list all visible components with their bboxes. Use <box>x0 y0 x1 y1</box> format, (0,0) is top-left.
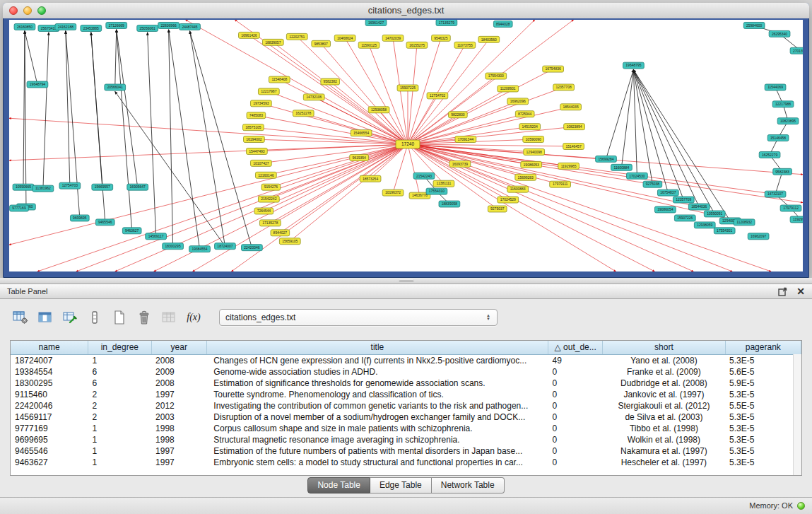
graph-node[interactable]: 9546325 <box>432 35 451 41</box>
graph-node[interactable]: 16961427 <box>365 20 387 25</box>
table-row[interactable]: 1830029562008Estimation of significance … <box>11 378 801 389</box>
graph-edge[interactable] <box>297 37 408 144</box>
graph-node[interactable]: 18839058 <box>439 201 460 207</box>
graph-node[interactable]: 8944027 <box>271 230 290 236</box>
table-row[interactable]: 969969511998Structural magnetic resonanc… <box>11 434 801 445</box>
table-row[interactable]: 1456911722003Disruption of a novel membe… <box>11 411 801 423</box>
graph-node[interactable]: 19384554 <box>189 246 211 252</box>
float-panel-icon[interactable] <box>777 286 788 297</box>
graph-node[interactable]: 16155275 <box>406 42 428 48</box>
graph-node[interactable]: 9853807 <box>312 40 331 47</box>
graph-edge[interactable] <box>270 144 408 223</box>
graph-edge[interactable] <box>76 144 408 271</box>
graph-node[interactable]: 18575105 <box>243 124 264 131</box>
graph-edge[interactable] <box>621 70 633 168</box>
graph-node[interactable]: 11208932 <box>734 219 755 226</box>
graph-edge[interactable] <box>117 30 132 230</box>
graph-node[interactable]: 12940098 <box>524 148 545 155</box>
graph-node[interactable]: 15907226 <box>674 215 695 221</box>
graph-edge[interactable] <box>280 144 408 233</box>
window-titlebar[interactable]: citations_edges.txt <box>3 3 809 19</box>
graph-node[interactable]: 9465546 <box>95 219 114 226</box>
table-row[interactable]: 946362711997Embryonic stem cells: a mode… <box>11 457 801 468</box>
graph-node[interactable]: 17024530 <box>627 173 648 179</box>
graph-node[interactable]: 21542243 <box>413 173 435 179</box>
table-scrollbar[interactable] <box>793 354 801 475</box>
graph-edge[interactable] <box>271 144 408 187</box>
graph-node[interactable]: 10590665 <box>13 184 34 190</box>
graph-edge[interactable] <box>23 31 25 187</box>
graph-node[interactable]: 17135279 <box>436 20 457 25</box>
graph-node[interactable]: 23453885 <box>81 25 102 31</box>
graph-node[interactable]: 14732106 <box>303 94 324 100</box>
table-row[interactable]: 977716911998Corpus callosum shape and si… <box>11 423 801 434</box>
delete-button[interactable] <box>135 308 153 327</box>
graph-node[interactable]: 11600883 <box>507 186 529 192</box>
tab-edge-table[interactable]: Edge Table <box>370 477 432 493</box>
graph-node[interactable]: 10590091 <box>704 211 725 217</box>
graph-node[interactable]: 11929966 <box>790 216 803 223</box>
graph-node[interactable]: 17554300 <box>486 73 507 79</box>
graph-node[interactable]: 18544036 <box>688 204 710 210</box>
graph-node[interactable]: 9699695 <box>70 215 89 221</box>
graph-edge[interactable] <box>66 31 70 186</box>
graph-edge[interactable] <box>193 144 408 271</box>
graph-node[interactable]: 19734593 <box>250 100 271 107</box>
graph-edge[interactable] <box>190 31 225 246</box>
graph-node[interactable]: 12160146 <box>255 172 276 178</box>
graph-node[interactable]: 27126669 <box>106 22 127 28</box>
graph-node[interactable]: 15907225 <box>397 85 418 91</box>
graph-node[interactable]: 18300295 <box>163 243 184 250</box>
graph-node[interactable]: 14702039 <box>382 35 404 41</box>
graph-node[interactable]: 17554301 <box>714 228 735 234</box>
graph-edge[interactable] <box>408 144 803 203</box>
graph-edge[interactable] <box>633 70 683 200</box>
graph-edge[interactable] <box>25 31 37 85</box>
import-table-button[interactable] <box>160 308 178 327</box>
graph-node[interactable]: 18573254 <box>360 175 381 182</box>
graph-node[interactable]: 16252279 <box>759 151 780 158</box>
graph-node[interactable]: 21542242 <box>258 196 279 202</box>
graph-node[interactable]: 15699283 <box>515 174 536 180</box>
graph-node[interactable]: 25984600 <box>743 22 765 28</box>
graph-node[interactable]: 10590090 <box>523 136 544 143</box>
graph-node[interactable]: 25056061 <box>137 25 158 31</box>
row-height-button[interactable] <box>86 308 104 327</box>
graph-node[interactable]: 9822830 <box>449 112 468 118</box>
column-header-short[interactable]: short <box>603 341 725 354</box>
tab-node-table[interactable]: Node Table <box>307 477 370 493</box>
close-panel-icon[interactable]: ✕ <box>795 286 806 297</box>
graph-node[interactable]: 22420046 <box>242 245 263 251</box>
show-columns-button[interactable] <box>36 308 54 327</box>
table-source-selector[interactable]: citations_edges.txt ▲▼ <box>219 309 498 326</box>
graph-node[interactable]: 12357708 <box>553 84 575 90</box>
column-header-name[interactable]: name <box>11 341 88 354</box>
graph-node[interactable]: 11544069 <box>765 84 786 90</box>
graph-node[interactable]: 14519204 <box>519 124 541 130</box>
table-row[interactable]: 1872400712008Changes of HCN gene express… <box>11 354 801 366</box>
graph-edge[interactable] <box>66 31 80 218</box>
graph-node[interactable]: 12754702 <box>427 93 448 99</box>
graph-node[interactable]: 9463627 <box>122 228 141 234</box>
graph-edge[interactable] <box>408 144 699 207</box>
graph-node[interactable]: 16194002 <box>244 136 265 143</box>
graph-node[interactable]: 18403560 <box>478 36 500 42</box>
graph-node[interactable]: 11208931 <box>498 86 519 92</box>
graph-node[interactable]: 18724007 <box>215 243 236 250</box>
graph-node[interactable]: 24487445 <box>180 23 201 30</box>
graph-node[interactable]: 14732107 <box>765 191 786 197</box>
graph-edge[interactable] <box>91 33 102 187</box>
graph-node[interactable]: 10823895 <box>777 118 799 124</box>
graph-node[interactable]: 16252278 <box>293 110 314 117</box>
new-document-button[interactable] <box>110 308 129 327</box>
column-header-in-degree[interactable]: in_degree <box>88 341 151 354</box>
graph-node[interactable]: 17024529 <box>498 197 519 203</box>
graph-node[interactable]: 15699284 <box>596 156 617 162</box>
graph-node[interactable]: 12217987 <box>258 88 279 95</box>
graph-node[interactable]: 12938059 <box>694 222 715 228</box>
graph-node[interactable]: 7264544 <box>254 208 273 214</box>
table-settings-button[interactable] <box>11 308 30 327</box>
graph-edge[interactable] <box>273 42 408 144</box>
graph-edge[interactable] <box>25 31 26 207</box>
graph-node[interactable]: 9275037 <box>488 206 507 212</box>
